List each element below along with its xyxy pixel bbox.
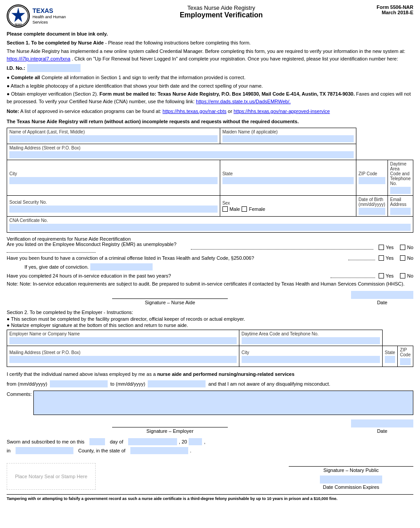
q1-checkboxes: Yes No [379,245,413,250]
commission-date-input[interactable] [320,476,382,484]
city-input[interactable] [9,177,218,184]
q3-yes-checkbox[interactable] [379,273,384,278]
verification-title: Verification of requirements for Nurse A… [7,236,413,242]
id-number-row: I.D. No.: [7,64,413,72]
county-input[interactable] [16,447,73,454]
id-number-input[interactable] [27,64,81,72]
q1-yes-checkbox[interactable] [379,245,384,250]
cna-label: CNA Certificate No. [9,218,411,223]
employer-name-input[interactable] [9,337,237,344]
ssn-label: Social Security No. [9,200,218,205]
zip-input[interactable] [359,177,385,184]
maiden-name-cell: Maiden Name (if applicable) [220,128,356,144]
employer-address-row: Mailing Address (Street or P.O. Box) Cit… [7,346,413,367]
to-date-label: to (mm/dd/yyyy) [110,380,145,388]
notary-section: Sworn and subscribed to me on this day o… [7,438,413,490]
phone-label: Daytime Area Code and Telephone No. [390,161,411,186]
q1-yes-label: Yes [386,245,394,250]
verification-q2-text: Have you been found to have a conviction… [7,255,348,261]
comments-label: Comments: [7,391,32,397]
in-text: in [7,448,11,453]
employer-signature-section: Signature – Employer Date [7,419,413,434]
employer-phone-label: Daytime Area Code and Telephone No. [242,331,380,336]
id-no-label: I.D. No.: [7,64,25,72]
notary-sig-group: Signature – Notary Public Date Commissio… [289,466,413,490]
conviction-date-label: If yes, give date of conviction. [24,264,89,270]
notary-seal-area: Place Notary Seal or Stamp Here [7,459,96,490]
emp-state-cell: State [382,346,397,367]
applicant-name-input[interactable] [9,135,218,142]
dob-input[interactable] [359,208,385,215]
state-input[interactable] [222,177,354,184]
from-date-label: from (mm/dd/yyyy) [7,380,47,388]
form-title-area: Texas Nurse Aide Registry Employment Ver… [66,4,376,19]
q3-checkboxes: Yes No [379,273,413,278]
q3-no-checkbox[interactable] [400,273,405,278]
credential-manager-text: The Nurse Aide Registry has implemented … [7,48,405,54]
section2-bold-header: Section 2. To be completed by the Employ… [7,310,102,315]
form-main-title: Employment Verification [75,11,368,19]
conviction-date-input[interactable] [90,263,153,270]
q2-yes-checkbox[interactable] [379,255,384,261]
verification-q3-row: Have you completed 24 hours of in-servic… [7,272,413,279]
agency-name: TEXAS Health and Human Services [32,7,66,25]
sig2-date-label: Date [351,428,413,434]
texas-logo: TEXAS [7,4,30,28]
section1-header-text: Section 1. To be completed by Nurse Aide [7,40,104,45]
ssn-cell: Social Security No. [7,196,220,217]
sig1-date-input[interactable] [351,291,413,299]
cna-input[interactable] [9,224,411,231]
phone-input[interactable] [390,187,411,194]
month-input[interactable] [128,438,177,445]
sex-cell: Sex Male Female [220,196,356,217]
from-date-input[interactable] [50,380,108,387]
sworn-day-input[interactable] [89,438,105,445]
dob-cell: Date of Birth (mm/dd/yyyy) [356,196,388,217]
employer-name-label: Employer Name or Company Name [9,331,237,336]
state-label: State [222,171,354,176]
emp-zip-input[interactable] [400,358,411,365]
email-input[interactable] [390,208,411,215]
sex-label: Sex [222,201,354,206]
female-checkbox[interactable] [242,206,247,212]
male-label: Male [230,206,240,212]
state-of-input[interactable] [130,447,188,454]
cbts-link[interactable]: https://hhs.texas.gov/nar-cbts [162,109,226,114]
integral-link[interactable]: https://i7lp.integral7.com/txna [7,56,70,61]
emp-state-label: State [385,350,395,355]
commission-date-label: Date Commission Expires [289,484,413,490]
instruction-bullets: Complete all Complete all information in… [7,74,413,105]
mailing-address-input[interactable] [9,151,354,158]
certify-rest-text: and that I am not aware of any disqualif… [208,380,330,388]
section2-header: Section 2. To be completed by the Employ… [7,310,413,328]
year-input[interactable] [189,438,202,445]
comments-section: Comments: [7,391,413,415]
cna-row: CNA Certificate No. [7,217,413,233]
ssn-input[interactable] [9,206,218,213]
comments-input[interactable] [33,391,413,415]
emp-state-input[interactable] [385,356,395,363]
logo-area: TEXAS TEXAS Health and Human Services [7,4,66,28]
emp-zip-cell: ZIP Code [398,346,413,367]
to-date-input[interactable] [148,380,206,387]
maiden-name-input[interactable] [222,135,354,142]
employer-sig-group: Signature – Employer [7,427,333,434]
emr-link[interactable]: https://emr.dads.state.tx.us/DadsEMRWeb/… [196,99,291,104]
emp-city-input[interactable] [242,356,380,363]
q3-no-label: No [407,273,413,278]
county-row: in County, in the state of . [7,447,413,454]
certify-dates-row: from (mm/dd/yyyy) to (mm/dd/yyyy) and th… [7,380,413,388]
male-checkbox[interactable] [222,206,228,212]
employer-name-row: Employer Name or Company Name Daytime Ar… [7,330,413,346]
q1-no-checkbox[interactable] [400,245,405,250]
verification-q2-row: Have you been found to have a conviction… [7,254,413,262]
approved-inservice-link[interactable]: https://hhs.texas.gov/nar-approved-inser… [234,109,330,114]
q2-no-checkbox[interactable] [400,255,405,261]
emp-address-input[interactable] [9,356,237,363]
employer-sig-line [112,427,228,427]
nurse-aide-sig-label: Signature – Nurse Aide [7,300,333,305]
city-label: City [9,171,218,176]
sig2-date-input[interactable] [351,419,413,427]
form-number: Form 5506-NAR March 2018-E [376,4,413,15]
employer-phone-input[interactable] [242,337,380,344]
